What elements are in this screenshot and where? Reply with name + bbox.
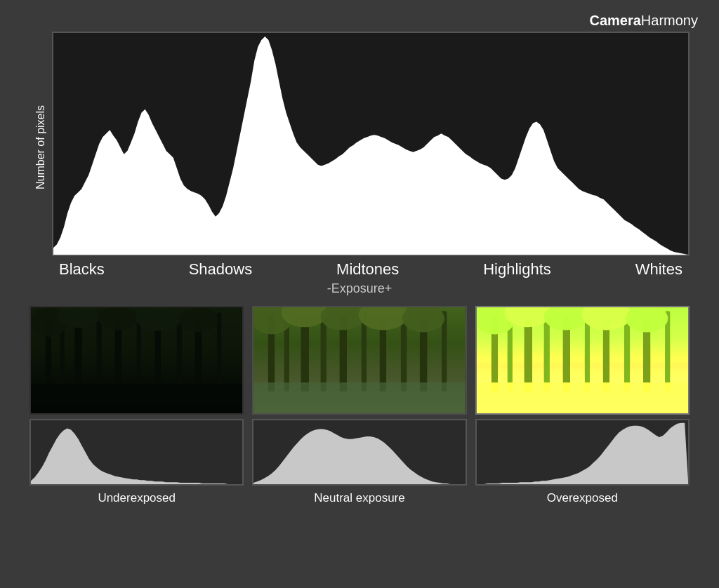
svg-rect-53 — [477, 382, 688, 413]
x-label-whites: Whites — [635, 260, 682, 279]
x-label-highlights: Highlights — [483, 260, 551, 279]
y-axis-label: Number of pixels — [29, 32, 52, 256]
brand-name: CameraHarmony — [589, 13, 698, 29]
x-axis-labels: Blacks Shadows Midtones Highlights White… — [52, 256, 690, 279]
label-overexposed: Overexposed — [475, 491, 690, 505]
x-label-blacks: Blacks — [59, 260, 105, 279]
exposure-label: -Exposure+ — [327, 281, 393, 296]
hist-svg-over — [477, 420, 688, 484]
image-overexposed — [475, 306, 690, 415]
svg-point-17 — [98, 307, 139, 330]
panel-underexposed: Underexposed — [29, 306, 244, 505]
panel-neutral: Neutral exposure — [252, 306, 466, 505]
brand-bold: Camera — [589, 13, 640, 28]
image-underexposed — [29, 306, 244, 415]
histogram-section: Number of pixels Blacks Shadows Midtones — [29, 32, 690, 302]
x-label-shadows: Shadows — [189, 260, 253, 279]
svg-rect-31 — [401, 315, 407, 392]
histogram-box — [52, 32, 690, 256]
svg-rect-13 — [217, 312, 221, 391]
brand-header: CameraHarmony — [14, 7, 705, 32]
svg-point-19 — [179, 307, 218, 332]
svg-rect-11 — [177, 317, 182, 392]
svg-rect-50 — [624, 315, 630, 392]
svg-marker-1 — [53, 36, 688, 255]
svg-rect-34 — [253, 382, 465, 413]
forest-svg-neutral — [253, 307, 465, 413]
hist-overexposed — [475, 419, 690, 486]
forest-svg-under — [31, 307, 242, 413]
hist-underexposed — [29, 419, 244, 486]
hist-neutral — [252, 419, 466, 486]
svg-rect-26 — [301, 319, 309, 392]
histogram-svg — [53, 33, 688, 255]
hist-svg-neutral — [253, 420, 465, 484]
svg-rect-6 — [74, 322, 81, 392]
hist-svg-under — [31, 420, 242, 484]
histogram-chart-wrapper: Number of pixels — [29, 32, 690, 256]
panel-overexposed: Overexposed — [475, 306, 690, 505]
svg-rect-45 — [524, 319, 532, 392]
x-label-midtones: Midtones — [336, 260, 399, 279]
label-neutral: Neutral exposure — [252, 491, 466, 505]
svg-rect-9 — [137, 315, 141, 392]
app-container: CameraHarmony Number of pixels — [0, 0, 719, 588]
forest-svg-over — [477, 307, 688, 413]
brand-light: Harmony — [641, 13, 698, 28]
label-underexposed: Underexposed — [29, 491, 244, 505]
image-neutral — [252, 306, 466, 415]
bottom-panels: Underexposed — [29, 306, 690, 505]
svg-rect-12 — [195, 322, 202, 392]
svg-rect-14 — [31, 384, 242, 413]
